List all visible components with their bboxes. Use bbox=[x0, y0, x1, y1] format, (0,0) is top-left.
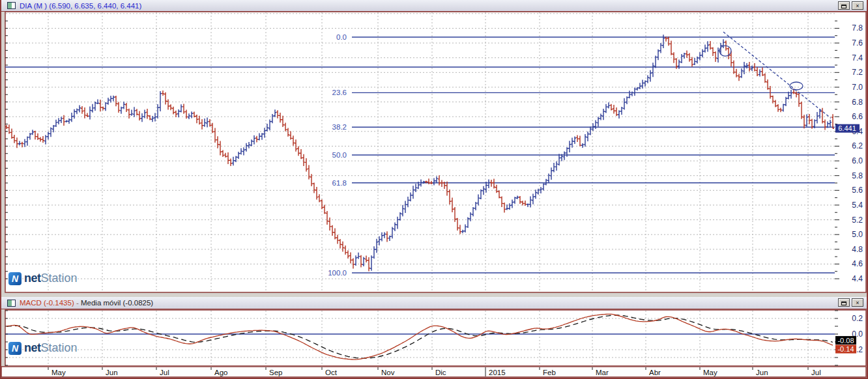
svg-text:7.0: 7.0 bbox=[852, 83, 863, 92]
svg-text:38.2: 38.2 bbox=[332, 123, 347, 131]
last-price-badge: 6.441 bbox=[835, 124, 860, 133]
svg-text:-0.14: -0.14 bbox=[837, 345, 854, 353]
svg-text:6.6: 6.6 bbox=[852, 112, 863, 121]
svg-text:Jun: Jun bbox=[756, 369, 768, 376]
chart-panel-icon bbox=[7, 300, 16, 307]
svg-text:2015: 2015 bbox=[489, 369, 506, 376]
svg-text:7.6: 7.6 bbox=[852, 38, 863, 48]
svg-text:7.4: 7.4 bbox=[852, 53, 863, 63]
svg-text:May: May bbox=[51, 369, 66, 376]
svg-text:5.0: 5.0 bbox=[852, 230, 863, 239]
svg-text:Feb: Feb bbox=[543, 369, 556, 376]
svg-text:Nov: Nov bbox=[381, 369, 395, 376]
svg-text:Abr: Abr bbox=[649, 369, 661, 376]
close-button[interactable]: × bbox=[852, 298, 863, 307]
restore-icon bbox=[841, 5, 846, 8]
svg-text:5.6: 5.6 bbox=[852, 186, 863, 195]
restore-icon bbox=[841, 302, 846, 305]
svg-text:5.4: 5.4 bbox=[852, 201, 863, 210]
svg-text:6.8: 6.8 bbox=[852, 98, 863, 107]
svg-text:61.8: 61.8 bbox=[332, 179, 347, 187]
window-border-left bbox=[0, 0, 1, 379]
svg-text:4.6: 4.6 bbox=[852, 259, 863, 268]
close-button[interactable]: × bbox=[852, 1, 863, 10]
netstation-chart-window: { "window": { "close_glyph": "\u00d7" },… bbox=[0, 0, 868, 379]
main-chart-titlebar[interactable]: DIA (M ) (6.590, 6.635, 6.440, 6.441) × bbox=[1, 0, 867, 12]
svg-text:0.0: 0.0 bbox=[336, 33, 347, 41]
svg-text:May: May bbox=[703, 369, 717, 376]
svg-text:7.2: 7.2 bbox=[852, 68, 863, 77]
main-price-chart[interactable]: 7.87.67.47.27.06.86.66.46.26.05.85.65.45… bbox=[0, 0, 868, 294]
restore-button[interactable] bbox=[838, 298, 850, 307]
macd-title-separator: - bbox=[74, 299, 81, 307]
svg-text:Ago: Ago bbox=[214, 369, 227, 376]
svg-text:50.0: 50.0 bbox=[332, 151, 347, 159]
svg-text:6.441: 6.441 bbox=[838, 124, 856, 132]
macd-value-badges: -0.08-0.14 bbox=[835, 336, 856, 354]
svg-text:7.8: 7.8 bbox=[852, 23, 863, 33]
svg-text:Mar: Mar bbox=[596, 369, 609, 376]
restore-button[interactable] bbox=[838, 1, 850, 10]
svg-text:Jul: Jul bbox=[811, 369, 821, 376]
svg-text:Jun: Jun bbox=[106, 369, 118, 376]
svg-text:100.0: 100.0 bbox=[328, 269, 347, 277]
signal-title: Media móvil (-0.0825) bbox=[81, 299, 153, 307]
svg-text:Sep: Sep bbox=[269, 369, 282, 376]
svg-text:-0.08: -0.08 bbox=[837, 337, 854, 344]
svg-text:Jul: Jul bbox=[160, 369, 169, 376]
svg-text:5.2: 5.2 bbox=[852, 216, 863, 225]
svg-text:Oct: Oct bbox=[325, 369, 338, 376]
svg-text:4.4: 4.4 bbox=[852, 274, 863, 283]
svg-text:4.8: 4.8 bbox=[852, 245, 863, 254]
svg-text:6.2: 6.2 bbox=[852, 141, 863, 150]
macd-panel-titlebar[interactable]: MACD (-0.1435) - Media móvil (-0.0825) × bbox=[1, 297, 867, 309]
svg-text:Dic: Dic bbox=[435, 369, 446, 376]
chart-panel-icon bbox=[7, 2, 16, 9]
svg-text:6.0: 6.0 bbox=[852, 156, 863, 165]
svg-text:23.6: 23.6 bbox=[332, 89, 347, 96]
main-plot-area bbox=[5, 12, 866, 292]
main-chart-title: DIA (M ) (6.590, 6.635, 6.440, 6.441) bbox=[20, 2, 141, 10]
svg-text:0.2: 0.2 bbox=[852, 314, 863, 323]
macd-title: MACD (-0.1435) bbox=[20, 299, 74, 307]
time-axis-strip bbox=[1, 367, 866, 377]
time-axis[interactable]: MayJunJulAgoSepOctNovDic2015FebMarAbrMay… bbox=[0, 366, 868, 379]
svg-text:5.8: 5.8 bbox=[852, 171, 863, 180]
